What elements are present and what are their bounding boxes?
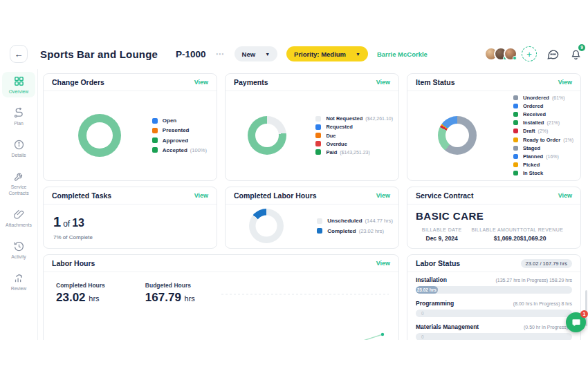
legend-item: Overdue (315, 141, 393, 147)
payments-legend: Not Requested ($42,261.10) Requested (315, 115, 393, 157)
legend-item: Presented (152, 127, 207, 133)
legend-swatch (315, 141, 321, 146)
legend-item: Picked (513, 162, 573, 168)
legend-swatch (152, 147, 158, 153)
labor-status-card: Labor Status 23.02 / 167.79 hrs Installa… (407, 254, 581, 340)
item-status-card: Item Status View Unordered (61%) (407, 73, 581, 181)
legend-swatch (513, 129, 518, 133)
view-link[interactable]: View (376, 192, 390, 199)
legend-swatch (152, 118, 158, 124)
legend-item: Installed (21%) (513, 120, 573, 126)
legend-item: Paid ($143,251.23) (315, 149, 393, 155)
contract-plan-name: BASIC CARE (416, 210, 572, 222)
paperclip-icon (13, 209, 25, 220)
legend-swatch (315, 124, 321, 130)
legend-item: Unordered (61%) (513, 95, 573, 101)
labor-hours-trend-chart (214, 272, 394, 340)
card-title: Labor Status (416, 259, 460, 267)
chat-widget-button[interactable]: 1 (566, 312, 586, 332)
sidebar-item-service-contracts[interactable]: Service Contracts (2, 167, 35, 198)
review-chart-icon (13, 272, 25, 284)
legend-item: Staged (513, 145, 573, 151)
labor-status-row: Materials Management (0.50 hr In Progres… (416, 323, 572, 340)
sidebar-item-activity[interactable]: Activity (2, 237, 35, 263)
legend-swatch (513, 95, 518, 100)
wrench-icon (13, 171, 25, 182)
card-title: Completed Labor Hours (234, 191, 317, 200)
labor-status-total-badge: 23.02 / 167.79 hrs (521, 259, 572, 268)
info-circle-icon (13, 139, 25, 151)
legend-item: Unscheduled (144.77 hrs) (317, 218, 393, 224)
sidebar-item-label: Attachments (6, 222, 32, 228)
legend-item: In Stock (513, 170, 573, 176)
tasks-count: 1of13 (53, 214, 207, 230)
legend-item: Received (513, 111, 573, 117)
history-clock-icon (13, 240, 25, 252)
app-window: ← Sports Bar and Lounge P-1000 ⋯ New ▼ P… (0, 0, 588, 380)
sidebar-item-label: Details (12, 153, 26, 158)
legend-swatch (513, 171, 518, 175)
chat-unread-badge: 1 (580, 310, 588, 318)
legend-item: Planned (16%) (513, 153, 573, 160)
legend-swatch (152, 128, 158, 133)
view-link[interactable]: View (194, 79, 208, 86)
contract-column: BILLABLE AMOUNT $1,069.20 (468, 227, 520, 242)
sidebar-item-plan[interactable]: Plan (2, 104, 35, 129)
sidebar-item-label: Plan (14, 121, 24, 126)
card-title: Item Status (416, 78, 455, 86)
legend-swatch (513, 137, 518, 142)
item-status-donut-chart (438, 116, 477, 155)
progress-bar: 23.02 hrs (416, 286, 572, 294)
card-title: Labor Hours (52, 259, 95, 267)
sidebar-item-label: Service Contracts (2, 184, 35, 196)
sidebar-item-details[interactable]: Details (2, 135, 35, 161)
sidebar-item-attachments[interactable]: Attachments (2, 205, 35, 231)
sidebar-item-label: Overview (9, 89, 28, 95)
overview-grid-icon (13, 75, 25, 87)
completed-labor-donut-chart (249, 209, 284, 243)
sidebar-item-review[interactable]: Review (2, 269, 35, 294)
progress-bar: 0 (416, 310, 572, 317)
change-orders-donut-chart (78, 114, 121, 157)
contract-column: BILLABLE DATE Dec 9, 2024 (416, 227, 468, 242)
legend-item: Due (315, 133, 393, 139)
tasks-percent-complete: 7% of Complete (53, 234, 207, 240)
legend-swatch (317, 228, 322, 234)
legend-swatch (152, 137, 158, 143)
contract-columns: BILLABLE DATE Dec 9, 2024 BILLABLE AMOUN… (416, 227, 572, 242)
view-link[interactable]: View (376, 79, 390, 86)
labor-status-row: Installation (135.27 hrs In Progress) 15… (416, 276, 572, 294)
completed-labor-legend: Unscheduled (144.77 hrs) Completed (23.0… (317, 216, 393, 236)
completed-hours-stat: Completed Hours 23.02 hrs (56, 282, 105, 340)
progress-bar: 0 (416, 333, 572, 340)
sidebar-item-overview[interactable]: Overview (2, 72, 35, 97)
budgeted-hours-stat: Budgeted Hours 167.79 hrs (145, 282, 195, 340)
chat-widget-icon (571, 318, 581, 327)
legend-item: Not Requested ($42,261.10) (315, 115, 393, 122)
legend-item: Ready to Order (1%) (513, 137, 573, 143)
card-title: Change Orders (52, 78, 104, 86)
view-link[interactable]: View (558, 79, 572, 86)
view-link[interactable]: View (558, 192, 572, 199)
legend-item: Requested (315, 124, 393, 130)
labor-status-rows: Installation (135.27 hrs In Progress) 15… (407, 272, 580, 340)
payments-card: Payments View Not Requested ($42,261.10) (225, 73, 399, 181)
view-link[interactable]: View (376, 260, 390, 267)
legend-swatch (513, 104, 518, 108)
legend-item: Approved (152, 137, 207, 144)
change-orders-legend: Open Presented (152, 116, 207, 155)
sidebar: Overview Plan Details Service Contracts … (0, 69, 38, 340)
item-status-legend: Unordered (61%) Ordered (513, 93, 573, 178)
service-contract-card: Service Contract View BASIC CARE BILLABL… (407, 187, 581, 249)
change-orders-card: Change Orders View Open (43, 73, 217, 181)
legend-swatch (513, 146, 518, 151)
labor-hours-card: Labor Hours View Completed Hours 23.02 h… (43, 254, 399, 340)
sidebar-item-label: Activity (11, 254, 26, 260)
legend-swatch (513, 120, 518, 125)
legend-swatch (513, 162, 518, 167)
contract-column: TOTAL REVENUE $1,069.20 (520, 227, 572, 242)
view-link[interactable]: View (194, 192, 208, 199)
legend-item: Completed (23.02 hrs) (317, 228, 393, 234)
card-title: Completed Tasks (52, 191, 111, 200)
legend-swatch (317, 218, 322, 224)
